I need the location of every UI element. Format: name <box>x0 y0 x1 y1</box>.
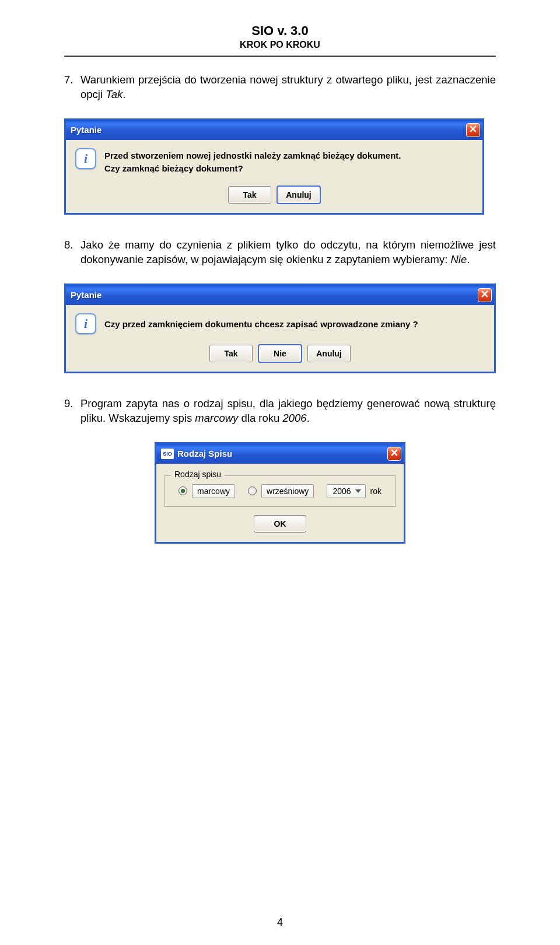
dialog-line-1: Czy przed zamknięciem dokumentu chcesz z… <box>104 318 418 331</box>
radio-label-marcowy[interactable]: marcowy <box>192 484 235 498</box>
dialog-pytanie-1: Pytanie i Przed stworzeniem nowej jednos… <box>64 118 484 215</box>
para-body: Program zapyta nas o rodzaj spisu, dla j… <box>80 397 496 426</box>
para-text: Warunkiem przejścia do tworzenia nowej s… <box>80 74 496 100</box>
radio-marcowy[interactable] <box>178 487 187 495</box>
titlebar[interactable]: Pytanie <box>66 120 482 140</box>
para-body: Warunkiem przejścia do tworzenia nowej s… <box>80 73 496 102</box>
chevron-down-icon <box>355 489 361 493</box>
fieldset-rodzaj-spisu: Rodzaj spisu marcowy wrześniowy 2006 rok <box>164 475 396 507</box>
close-icon <box>481 290 488 299</box>
header-rule <box>64 55 496 57</box>
year-value: 2006 <box>332 487 351 496</box>
info-icon: i <box>75 313 96 334</box>
paragraph-8: 8. Jako że mamy do czynienia z plikiem t… <box>64 238 496 267</box>
para-text: Jako że mamy do czynienia z plikiem tylk… <box>80 239 496 265</box>
year-suffix: rok <box>370 487 382 496</box>
tak-button[interactable]: Tak <box>209 345 253 362</box>
year-select[interactable]: 2006 <box>327 484 365 498</box>
para-text-tail: . <box>123 88 125 100</box>
para-body: Jako że mamy do czynienia z plikiem tylk… <box>80 238 496 267</box>
ok-button[interactable]: OK <box>254 515 306 533</box>
app-icon: SIO <box>161 449 174 459</box>
para-italic-2: 2006 <box>282 412 306 424</box>
page-number: 4 <box>0 916 560 929</box>
close-button[interactable] <box>387 447 401 461</box>
dialog-body: i Przed stworzeniem nowej jednostki nale… <box>66 140 482 213</box>
titlebar[interactable]: SIO Rodzaj Spisu <box>156 444 404 464</box>
paragraph-7: 7. Warunkiem przejścia do tworzenia nowe… <box>64 73 496 102</box>
para-number: 9. <box>64 397 80 426</box>
dialog-title: Rodzaj Spisu <box>177 449 232 459</box>
tak-button[interactable]: Tak <box>228 186 271 204</box>
para-text-tail: . <box>467 253 470 265</box>
dialog-body: Rodzaj spisu marcowy wrześniowy 2006 rok <box>156 464 404 542</box>
radio-label-wrzesniowy[interactable]: wrześniowy <box>261 484 314 498</box>
para-text-tail: . <box>307 412 310 424</box>
radio-wrzesniowy[interactable] <box>248 487 257 495</box>
dialog-title: Pytanie <box>71 125 102 135</box>
radio-row: marcowy wrześniowy 2006 rok <box>172 484 388 498</box>
anuluj-button[interactable]: Anuluj <box>307 345 351 362</box>
para-number: 8. <box>64 238 80 267</box>
dialog-title: Pytanie <box>71 290 102 300</box>
dialog-body: i Czy przed zamknięciem dokumentu chcesz… <box>66 305 494 372</box>
info-icon: i <box>75 148 96 169</box>
close-icon <box>391 449 398 458</box>
dialog-rodzaj-spisu: SIO Rodzaj Spisu Rodzaj spisu marcowy wr… <box>155 442 405 544</box>
fieldset-legend: Rodzaj spisu <box>171 470 225 479</box>
para-italic-1: marcowy <box>195 412 238 424</box>
para-number: 7. <box>64 73 80 102</box>
para-italic: Tak <box>106 88 123 100</box>
para-text-mid: dla roku <box>238 412 282 424</box>
close-button[interactable] <box>478 288 492 302</box>
close-button[interactable] <box>466 123 480 137</box>
close-icon <box>470 125 477 134</box>
dialog-message: Przed stworzeniem nowej jednostki należy… <box>104 148 401 176</box>
dialog-line-1: Przed stworzeniem nowej jednostki należy… <box>104 149 401 163</box>
dialog-line-2: Czy zamknąć bieżący dokument? <box>104 162 401 176</box>
page-subtitle: KROK PO KROKU <box>64 40 496 50</box>
paragraph-9: 9. Program zapyta nas o rodzaj spisu, dl… <box>64 397 496 426</box>
para-italic: Nie <box>450 253 467 265</box>
dialog-message: Czy przed zamknięciem dokumentu chcesz z… <box>104 317 418 331</box>
titlebar[interactable]: Pytanie <box>66 285 494 305</box>
page-title: SIO v. 3.0 <box>64 23 496 38</box>
dialog-pytanie-2: Pytanie i Czy przed zamknięciem dokument… <box>64 284 496 373</box>
anuluj-button[interactable]: Anuluj <box>277 186 320 204</box>
nie-button[interactable]: Nie <box>258 345 302 362</box>
